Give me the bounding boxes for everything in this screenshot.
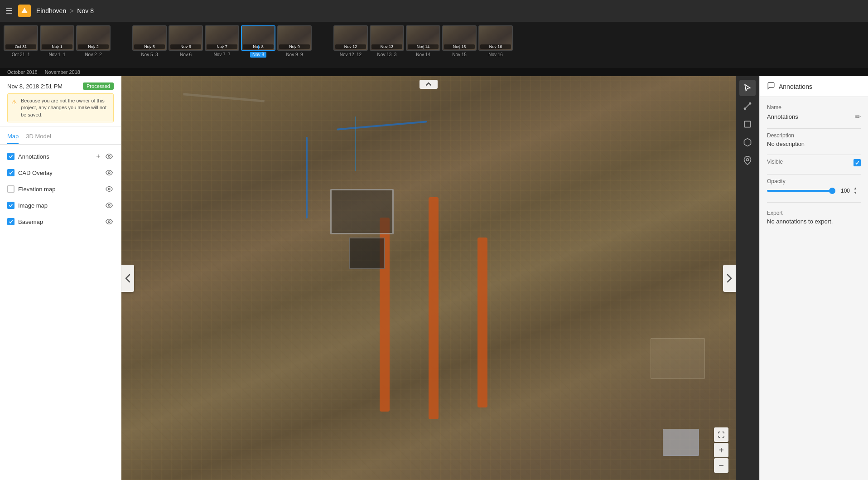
export-label: Export: [767, 210, 861, 216]
timeline-tick: [387, 45, 387, 49]
polygon-tool-button[interactable]: [739, 116, 756, 132]
layer-item-annotations[interactable]: Annotations +: [0, 148, 121, 165]
timeline-item[interactable]: Nov 5 Nov 5 3: [132, 25, 167, 58]
svg-point-1: [108, 155, 110, 157]
timeline-months: October 2018 November 2018: [0, 68, 868, 76]
svg-rect-9: [744, 121, 750, 127]
timeline-label: Nov 9 9: [284, 52, 305, 58]
annotations-body: Name ✏ Description No description Visibl…: [760, 97, 868, 480]
timeline-tick: [21, 45, 21, 49]
timeline-item-active[interactable]: Nov 8 Nov 8: [241, 25, 275, 58]
layer-visibility-button-imagemap[interactable]: [105, 201, 114, 210]
timeline-item[interactable]: Nov 9 Nov 9 9: [277, 25, 312, 58]
timeline-item[interactable]: Nov 7 Nov 7 7: [205, 25, 239, 58]
timeline-item[interactable]: Nov 1 Nov 1 1: [40, 25, 74, 58]
month-october: October 2018: [4, 69, 41, 75]
layer-name-imagemap: Image map: [18, 202, 101, 209]
select-tool-button[interactable]: [739, 80, 756, 96]
timeline-item[interactable]: Nov 15 Nov 15: [442, 25, 477, 58]
warning-message: ⚠ Because you are not the owner of this …: [7, 93, 114, 122]
timeline-tick: [186, 45, 186, 49]
zoom-in-button[interactable]: +: [714, 443, 728, 457]
layer-visibility-button-cad[interactable]: [105, 168, 114, 177]
layer-visibility-button[interactable]: [105, 152, 114, 161]
timeline-tick: [294, 45, 295, 49]
timeline-item[interactable]: Nov 16 Nov 16: [478, 25, 513, 58]
timeline-tick: [423, 45, 424, 49]
opacity-slider[interactable]: [767, 190, 835, 192]
line-tool-button[interactable]: [739, 98, 756, 114]
annotations-chat-icon: [767, 82, 775, 91]
panel-header: Nov 8, 2018 2:51 PM Processed ⚠ Because …: [0, 76, 121, 126]
timeline-tick: [351, 45, 351, 49]
annotations-panel: Annotations Name ✏ Description No descri…: [759, 76, 868, 480]
layer-checkbox-annotations[interactable]: [7, 153, 14, 160]
map-area[interactable]: + −: [121, 76, 736, 480]
layer-item-elevation[interactable]: Elevation map: [0, 181, 121, 197]
annotations-panel-title: Annotations: [779, 83, 812, 90]
layer-checkbox-elevation[interactable]: [7, 185, 14, 193]
svg-point-7: [744, 108, 746, 109]
name-input[interactable]: [767, 113, 855, 120]
timeline-item[interactable]: Nov 6 Nov 6: [169, 25, 203, 58]
wire-3: [355, 116, 356, 171]
fit-to-screen-button[interactable]: [714, 427, 728, 442]
structure-outer: [330, 189, 394, 234]
layer-name-annotations: Annotations: [18, 153, 90, 160]
main-content: Nov 8, 2018 2:51 PM Processed ⚠ Because …: [0, 76, 868, 480]
next-flight-button[interactable]: [723, 265, 736, 292]
svg-point-4: [108, 204, 110, 206]
timeline-items: Oct 31 Oct 31 1 Nov 1 Nov 1 1 Nov 2 Nov …: [0, 25, 516, 67]
opacity-stepper: ▲ ▼: [854, 186, 861, 195]
pin-tool-button[interactable]: [739, 152, 756, 169]
tab-map[interactable]: Map: [7, 130, 19, 144]
timeline-item[interactable]: Oct 31 Oct 31 1: [4, 25, 38, 58]
divider-1: [767, 128, 861, 129]
opacity-decrement-button[interactable]: ▼: [854, 191, 861, 195]
breadcrumb: Eindhoven > Nov 8: [36, 7, 94, 15]
prev-flight-button[interactable]: [121, 265, 134, 292]
warning-icon: ⚠: [11, 98, 17, 107]
layer-visibility-button-elevation[interactable]: [105, 184, 114, 194]
date-display: Nov 8, 2018 2:51 PM: [7, 83, 63, 90]
layer-item-cad[interactable]: CAD Overlay: [0, 165, 121, 181]
view-tabs: Map 3D Model: [0, 126, 121, 145]
breadcrumb-separator: >: [70, 7, 73, 15]
export-none-text: No annotations to export.: [767, 218, 861, 225]
timeline-item[interactable]: Nov 2 Nov 2 2: [76, 25, 111, 58]
layer-checkbox-imagemap[interactable]: [7, 202, 14, 209]
layer-actions-basemap: [105, 217, 114, 226]
timeline-item[interactable]: Nov 14 Nov 14: [406, 25, 440, 58]
layer-checkbox-cad[interactable]: [7, 169, 14, 176]
edit-name-icon[interactable]: ✏: [855, 112, 861, 121]
structure-inner: [349, 238, 385, 269]
opacity-row: 100 ▲ ▼: [767, 186, 861, 195]
right-toolbar: [736, 76, 759, 480]
month-november: November 2018: [41, 69, 84, 75]
timeline-item[interactable]: Nov 12 Nov 12 12: [333, 25, 368, 58]
layer-item-imagemap[interactable]: Image map: [0, 197, 121, 213]
map-controls: + −: [714, 427, 728, 473]
visible-checkbox[interactable]: [854, 159, 861, 166]
timeline-tick: [222, 45, 222, 49]
layer-name-elevation: Elevation map: [18, 186, 101, 193]
layer-checkbox-basemap[interactable]: [7, 218, 14, 225]
volume-tool-button[interactable]: [739, 134, 756, 150]
layer-add-button[interactable]: +: [94, 152, 103, 161]
timeline-label: Nov 2 2: [82, 52, 104, 58]
layer-actions-cad: [105, 168, 114, 177]
name-label: Name: [767, 104, 861, 111]
opacity-increment-button[interactable]: ▲: [854, 186, 861, 191]
divider-3: [767, 174, 861, 175]
layer-item-basemap[interactable]: Basemap: [0, 213, 121, 230]
concrete-section: [651, 338, 705, 379]
menu-button[interactable]: ☰: [5, 6, 13, 16]
top-nav: ☰ Eindhoven > Nov 8: [0, 0, 868, 22]
timeline-item[interactable]: Nov 13 Nov 13 3: [370, 25, 404, 58]
tab-3d-model[interactable]: 3D Model: [26, 130, 51, 144]
layer-visibility-button-basemap[interactable]: [105, 217, 114, 226]
timeline-label: Nov 6: [178, 52, 194, 58]
collapse-timeline-button[interactable]: [420, 80, 438, 89]
zoom-out-button[interactable]: −: [714, 458, 728, 473]
project-name[interactable]: Eindhoven: [36, 7, 66, 15]
